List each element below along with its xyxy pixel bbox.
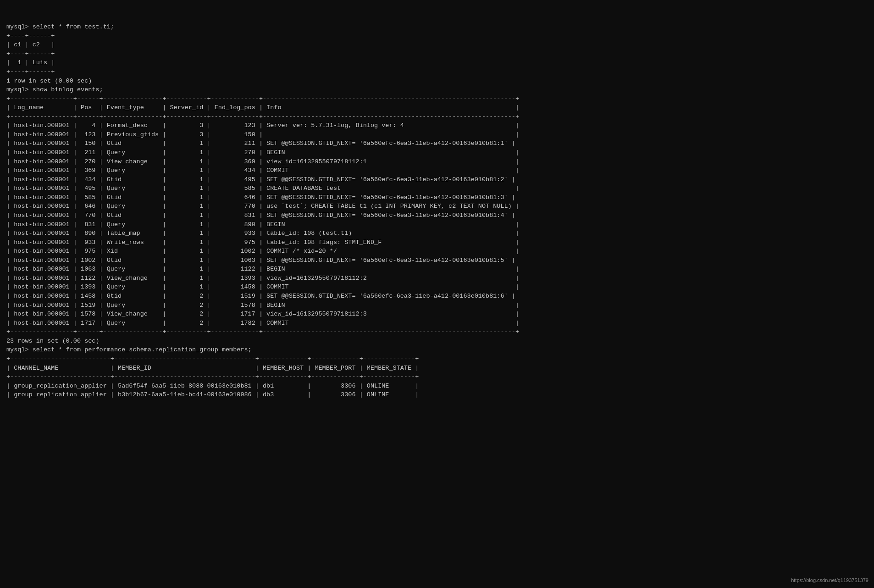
terminal-line: mysql> show binlog events; [6, 85, 868, 94]
terminal-line: | host-bin.000001 | 123 | Previous_gtids… [6, 130, 868, 139]
terminal-line: +-----------------+------+--------------… [6, 94, 868, 104]
terminal-line: | host-bin.000001 | 831 | Query | 1 | 89… [6, 220, 868, 229]
terminal-line: | host-bin.000001 | 4 | Format_desc | 3 … [6, 121, 868, 130]
terminal-line: | host-bin.000001 | 1458 | Gtid | 2 | 15… [6, 292, 868, 301]
terminal-output: mysql> select * from test.t1;+----+-----… [6, 5, 868, 408]
terminal-line: +----+------+ [6, 32, 868, 41]
terminal-line: | host-bin.000001 | 933 | Write_rows | 1… [6, 238, 868, 247]
terminal-line: | host-bin.000001 | 495 | Query | 1 | 58… [6, 184, 868, 193]
terminal-line: | host-bin.000001 | 1002 | Gtid | 1 | 10… [6, 256, 868, 265]
terminal-line: 1 row in set (0.00 sec) [6, 77, 868, 86]
terminal-line: | host-bin.000001 | 646 | Query | 1 | 77… [6, 202, 868, 211]
terminal-line: | host-bin.000001 | 1122 | View_change |… [6, 274, 868, 283]
terminal-line: +----+------+ [6, 67, 868, 77]
terminal-line: mysql> select * from test.t1; [6, 22, 868, 32]
terminal-line: | host-bin.000001 | 585 | Gtid | 1 | 646… [6, 193, 868, 202]
terminal-line: | host-bin.000001 | 770 | Gtid | 1 | 831… [6, 211, 868, 220]
terminal-line: | host-bin.000001 | 975 | Xid | 1 | 1002… [6, 247, 868, 256]
terminal-line: | host-bin.000001 | 1578 | View_change |… [6, 310, 868, 319]
terminal-line: 23 rows in set (0.00 sec) [6, 337, 868, 346]
terminal-line: | host-bin.000001 | 1063 | Query | 1 | 1… [6, 265, 868, 274]
terminal-line: | CHANNEL_NAME | MEMBER_ID | MEMBER_HOST… [6, 364, 868, 373]
terminal-line: | group_replication_applier | b3b12b67-6… [6, 390, 868, 399]
terminal-line: | group_replication_applier | 5ad6f54f-6… [6, 382, 868, 391]
terminal-line: | host-bin.000001 | 369 | Query | 1 | 43… [6, 166, 868, 175]
watermark: https://blog.csdn.net/q1193751379 [791, 577, 868, 584]
terminal-line: | host-bin.000001 | 211 | Query | 1 | 27… [6, 148, 868, 157]
terminal-line: | host-bin.000001 | 150 | Gtid | 1 | 211… [6, 139, 868, 148]
terminal-line: +---------------------------+-----------… [6, 372, 868, 382]
terminal-line: | host-bin.000001 | 1717 | Query | 2 | 1… [6, 319, 868, 328]
terminal-line: | Log_name | Pos | Event_type | Server_i… [6, 103, 868, 112]
terminal-line: +-----------------+------+--------------… [6, 327, 868, 337]
terminal-line: | host-bin.000001 | 270 | View_change | … [6, 157, 868, 166]
terminal-line: +---------------------------+-----------… [6, 355, 868, 364]
terminal-line: | host-bin.000001 | 1519 | Query | 2 | 1… [6, 301, 868, 310]
terminal-line: | c1 | c2 | [6, 40, 868, 50]
terminal-line: | host-bin.000001 | 434 | Gtid | 1 | 495… [6, 175, 868, 184]
terminal-line: | host-bin.000001 | 1393 | Query | 1 | 1… [6, 283, 868, 292]
terminal-line: mysql> select * from performance_schema.… [6, 345, 868, 355]
terminal-line: | host-bin.000001 | 890 | Table_map | 1 … [6, 229, 868, 238]
terminal-line: +----+------+ [6, 50, 868, 59]
terminal-line: +-----------------+------+--------------… [6, 112, 868, 122]
terminal-line: | 1 | Luis | [6, 58, 868, 67]
